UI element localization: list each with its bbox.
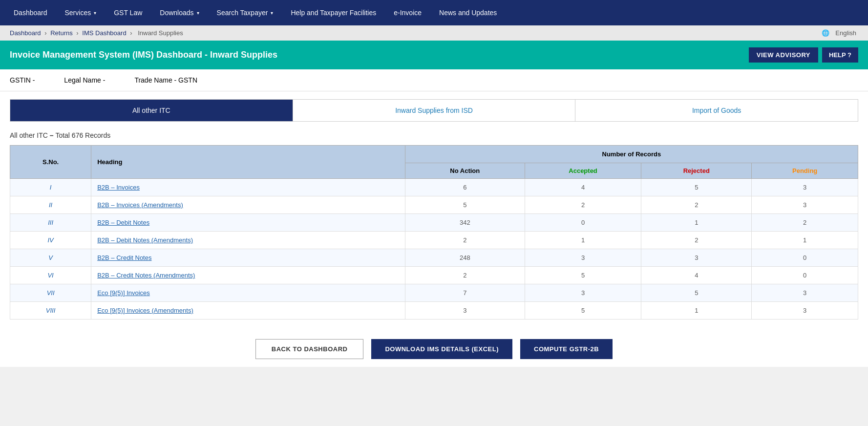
nav-search-taxpayer[interactable]: Search Taxpayer ▾ xyxy=(208,0,282,25)
banner-buttons: VIEW ADVISORY HELP ? xyxy=(749,47,858,63)
cell-rejected: 5 xyxy=(641,179,752,196)
heading-link[interactable]: B2B – Debit Notes (Amendments) xyxy=(97,236,193,244)
col-no-action: No Action xyxy=(405,163,525,179)
compute-gstr2b-button[interactable]: COMPUTE GSTR-2B xyxy=(520,339,613,359)
view-advisory-button[interactable]: VIEW ADVISORY xyxy=(749,47,818,63)
table-row: VII Eco [9(5)] Invoices 7 3 5 3 xyxy=(10,284,858,302)
cell-pending: 0 xyxy=(752,267,858,284)
cell-no-action: 2 xyxy=(405,232,525,249)
section-title: All other ITC – Total 676 Records xyxy=(10,131,858,139)
cell-rejected: 3 xyxy=(641,249,752,267)
cell-no-action: 7 xyxy=(405,284,525,302)
downloads-arrow-icon: ▾ xyxy=(197,10,199,16)
nav-dashboard[interactable]: Dashboard xyxy=(5,0,56,25)
nav-news[interactable]: News and Updates xyxy=(430,0,506,25)
cell-no-action: 5 xyxy=(405,196,525,214)
cell-accepted: 3 xyxy=(525,249,641,267)
cell-heading[interactable]: B2B – Invoices (Amendments) xyxy=(91,196,405,214)
back-to-dashboard-button[interactable]: BACK TO DASHBOARD xyxy=(255,339,364,359)
col-rejected: Rejected xyxy=(641,163,752,179)
nav-gst-law[interactable]: GST Law xyxy=(105,0,151,25)
table-row: I B2B – Invoices 6 4 5 3 xyxy=(10,179,858,196)
language-selector[interactable]: 🌐 English xyxy=(820,29,858,37)
cell-accepted: 3 xyxy=(525,284,641,302)
cell-accepted: 0 xyxy=(525,214,641,232)
cell-rejected: 2 xyxy=(641,232,752,249)
legal-name-label: Legal Name - xyxy=(64,76,105,84)
breadcrumb-current: Inward Supplies xyxy=(138,29,183,37)
cell-accepted: 1 xyxy=(525,232,641,249)
breadcrumb: Dashboard › Returns › IMS Dashboard › In… xyxy=(10,29,185,37)
col-accepted: Accepted xyxy=(525,163,641,179)
breadcrumb-dashboard[interactable]: Dashboard xyxy=(10,29,41,37)
cell-pending: 3 xyxy=(752,196,858,214)
globe-icon: 🌐 xyxy=(822,29,829,37)
cell-sno: II xyxy=(10,196,91,214)
cell-no-action: 2 xyxy=(405,267,525,284)
cell-pending: 3 xyxy=(752,179,858,196)
cell-rejected: 1 xyxy=(641,214,752,232)
nav-help[interactable]: Help and Taxpayer Facilities xyxy=(282,0,385,25)
breadcrumb-ims-dashboard[interactable]: IMS Dashboard xyxy=(82,29,126,37)
header-banner: Invoice Management System (IMS) Dashboar… xyxy=(0,41,868,69)
nav-services[interactable]: Services ▾ xyxy=(56,0,106,25)
cell-heading[interactable]: B2B – Debit Notes (Amendments) xyxy=(91,232,405,249)
table-row: IV B2B – Debit Notes (Amendments) 2 1 2 … xyxy=(10,232,858,249)
cell-accepted: 2 xyxy=(525,196,641,214)
cell-heading[interactable]: B2B – Credit Notes (Amendments) xyxy=(91,267,405,284)
download-ims-button[interactable]: DOWNLOAD IMS DETAILS (EXCEL) xyxy=(371,339,512,359)
cell-rejected: 4 xyxy=(641,267,752,284)
breadcrumb-returns[interactable]: Returns xyxy=(50,29,73,37)
table-row: III B2B – Debit Notes 342 0 1 2 xyxy=(10,214,858,232)
heading-link[interactable]: B2B – Debit Notes xyxy=(97,219,149,226)
tabs-row: All other ITC Inward Supplies from ISD I… xyxy=(10,99,858,122)
tab-all-itc[interactable]: All other ITC xyxy=(10,100,293,121)
cell-pending: 0 xyxy=(752,249,858,267)
cell-heading[interactable]: B2B – Invoices xyxy=(91,179,405,196)
search-taxpayer-arrow-icon: ▾ xyxy=(271,10,273,16)
cell-pending: 2 xyxy=(752,214,858,232)
cell-sno: IV xyxy=(10,232,91,249)
table-row: VI B2B – Credit Notes (Amendments) 2 5 4… xyxy=(10,267,858,284)
cell-heading[interactable]: B2B – Debit Notes xyxy=(91,214,405,232)
trade-name-label: Trade Name - GSTN xyxy=(134,76,197,84)
tab-import-goods[interactable]: Import of Goods xyxy=(575,100,858,121)
cell-sno: I xyxy=(10,179,91,196)
nav-einvoice[interactable]: e-Invoice xyxy=(385,0,430,25)
cell-heading[interactable]: Eco [9(5)] Invoices xyxy=(91,284,405,302)
col-number-of-records: Number of Records xyxy=(405,146,858,163)
cell-accepted: 5 xyxy=(525,302,641,320)
cell-rejected: 5 xyxy=(641,284,752,302)
nav-downloads[interactable]: Downloads ▾ xyxy=(151,0,208,25)
heading-link[interactable]: B2B – Invoices xyxy=(97,184,140,191)
table-row: II B2B – Invoices (Amendments) 5 2 2 3 xyxy=(10,196,858,214)
heading-link[interactable]: B2B – Invoices (Amendments) xyxy=(97,201,183,209)
cell-sno: VIII xyxy=(10,302,91,320)
cell-accepted: 5 xyxy=(525,267,641,284)
heading-link[interactable]: B2B – Credit Notes xyxy=(97,254,151,261)
tab-isd[interactable]: Inward Supplies from ISD xyxy=(293,100,576,121)
main-content: All other ITC Inward Supplies from ISD I… xyxy=(0,91,868,327)
records-table: S.No. Heading Number of Records No Actio… xyxy=(10,145,858,320)
heading-link[interactable]: B2B – Credit Notes (Amendments) xyxy=(97,272,195,279)
footer-buttons: BACK TO DASHBOARD DOWNLOAD IMS DETAILS (… xyxy=(0,327,868,367)
table-row: VIII Eco [9(5)] Invoices (Amendments) 3 … xyxy=(10,302,858,320)
heading-link[interactable]: Eco [9(5)] Invoices xyxy=(97,289,150,297)
cell-rejected: 1 xyxy=(641,302,752,320)
heading-link[interactable]: Eco [9(5)] Invoices (Amendments) xyxy=(97,307,193,314)
cell-pending: 3 xyxy=(752,284,858,302)
gstin-label: GSTIN - xyxy=(10,76,35,84)
cell-heading[interactable]: B2B – Credit Notes xyxy=(91,249,405,267)
col-heading: Heading xyxy=(91,146,405,179)
page-title: Invoice Management System (IMS) Dashboar… xyxy=(10,50,277,60)
top-navigation: Dashboard Services ▾ GST Law Downloads ▾… xyxy=(0,0,868,25)
cell-sno: VII xyxy=(10,284,91,302)
cell-no-action: 342 xyxy=(405,214,525,232)
info-row: GSTIN - Legal Name - Trade Name - GSTN xyxy=(0,69,868,91)
cell-pending: 3 xyxy=(752,302,858,320)
breadcrumb-bar: Dashboard › Returns › IMS Dashboard › In… xyxy=(0,25,868,41)
cell-heading[interactable]: Eco [9(5)] Invoices (Amendments) xyxy=(91,302,405,320)
cell-accepted: 4 xyxy=(525,179,641,196)
help-button[interactable]: HELP ? xyxy=(822,47,858,63)
cell-sno: III xyxy=(10,214,91,232)
